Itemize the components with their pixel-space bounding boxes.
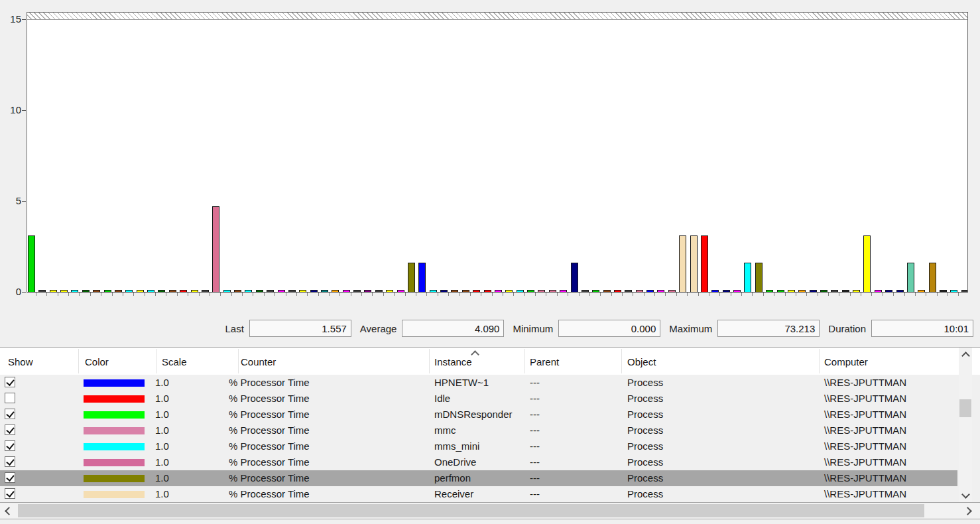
x-axis-tick <box>654 293 655 296</box>
x-axis-tick <box>850 293 851 296</box>
column-divider[interactable] <box>819 349 820 373</box>
counter-row[interactable]: 1.0% Processor TimeIdle---Process\\RES-J… <box>0 391 957 407</box>
x-axis-tick <box>90 293 91 296</box>
column-header-color[interactable]: Color <box>85 348 109 375</box>
x-axis-tick <box>611 293 612 296</box>
vertical-scrollbar[interactable] <box>959 348 972 502</box>
x-axis-tick <box>145 293 145 296</box>
color-swatch <box>84 459 145 466</box>
stat-maximum-label: Maximum <box>669 323 712 334</box>
column-header-scale[interactable]: Scale <box>162 348 187 375</box>
scroll-up-button[interactable] <box>959 349 972 362</box>
x-axis-tick <box>719 293 720 296</box>
parent-cell: --- <box>530 438 540 454</box>
x-axis-tick <box>220 293 221 296</box>
histogram-bar <box>60 290 68 292</box>
column-divider[interactable] <box>524 349 525 373</box>
column-header-object[interactable]: Object <box>627 348 656 375</box>
histogram-bar <box>212 206 219 292</box>
instance-cell: Idle <box>434 391 450 407</box>
parent-cell: --- <box>530 423 540 438</box>
counter-row[interactable]: 1.0% Processor Timemmc---Process\\RES-JP… <box>0 423 957 438</box>
stat-minimum-label: Minimum <box>513 323 553 334</box>
stat-average-label: Average <box>360 323 397 334</box>
counter-row[interactable]: 1.0% Processor TimeHPNETW~1---Process\\R… <box>0 375 957 391</box>
stat-duration-label: Duration <box>828 323 866 334</box>
histogram-bar <box>180 290 187 292</box>
x-axis-tick <box>503 293 503 296</box>
column-header-counter[interactable]: Counter <box>241 348 276 375</box>
histogram-bar <box>473 290 480 292</box>
counter-row[interactable]: 1.0% Processor TimeReceiver---Process\\R… <box>0 486 957 502</box>
column-header-instance[interactable]: Instance <box>434 348 472 375</box>
computer-cell: \\RES-JPUTTMAN <box>824 375 906 391</box>
histogram-bar <box>810 290 817 292</box>
object-cell: Process <box>627 375 663 391</box>
x-axis-tick <box>731 293 731 296</box>
column-header-show[interactable]: Show <box>8 348 33 375</box>
x-axis-tick <box>818 293 818 296</box>
show-checkbox-checked[interactable] <box>5 440 15 451</box>
scroll-right-button[interactable] <box>960 503 975 519</box>
show-checkbox-unchecked[interactable] <box>5 393 15 403</box>
counter-row[interactable]: 1.0% Processor TimeOneDrive---Process\\R… <box>0 454 957 470</box>
horizontal-scrollbar[interactable] <box>0 502 980 519</box>
scroll-down-button[interactable] <box>959 488 972 501</box>
histogram-bar <box>462 290 469 292</box>
object-cell: Process <box>627 423 663 438</box>
color-swatch <box>84 411 145 419</box>
show-checkbox-checked[interactable] <box>5 425 15 435</box>
show-checkbox-checked[interactable] <box>5 456 15 467</box>
column-divider[interactable] <box>78 349 79 373</box>
x-axis-tick <box>133 293 134 296</box>
column-divider[interactable] <box>621 349 622 373</box>
column-divider[interactable] <box>429 349 430 373</box>
vertical-scrollbar-thumb[interactable] <box>959 399 971 417</box>
show-checkbox-checked[interactable] <box>5 488 15 499</box>
histogram-bar <box>440 290 448 292</box>
histogram-bar <box>831 290 838 292</box>
checkmark-icon <box>6 473 14 482</box>
histogram-bar <box>364 290 371 292</box>
x-axis-tick <box>948 293 948 296</box>
stat-last: Last 1.557 <box>225 320 351 337</box>
histogram-bar <box>853 290 860 292</box>
scale-cell: 1.0 <box>155 486 169 502</box>
chevron-left-icon <box>5 507 13 515</box>
column-divider[interactable] <box>238 349 239 373</box>
stat-minimum-value: 0.000 <box>558 320 660 337</box>
column-header-parent[interactable]: Parent <box>530 348 559 375</box>
histogram-bar <box>82 290 90 292</box>
x-axis-tick <box>481 293 481 296</box>
show-checkbox-checked[interactable] <box>5 472 15 483</box>
show-checkbox-checked[interactable] <box>5 409 15 419</box>
counter-row[interactable]: 1.0% Processor Timemms_mini---Process\\R… <box>0 438 957 454</box>
counter-cell: % Processor Time <box>229 454 310 470</box>
histogram-bar <box>646 290 654 292</box>
scroll-left-button[interactable] <box>1 503 16 519</box>
histogram-bar <box>863 235 871 292</box>
histogram-bar <box>418 263 426 292</box>
x-axis-tick <box>752 293 753 296</box>
x-axis-tick <box>68 293 69 296</box>
y-axis-label: 15 <box>1 13 21 26</box>
histogram-bar <box>842 290 849 292</box>
column-header-computer[interactable]: Computer <box>824 348 868 375</box>
counter-row[interactable]: 1.0% Processor TimemDNSResponder---Proce… <box>0 407 957 423</box>
checkmark-icon <box>6 441 14 450</box>
histogram-bar <box>679 235 686 292</box>
histogram-bar <box>603 290 611 292</box>
chevron-right-icon <box>963 507 972 515</box>
x-axis-tick <box>155 293 156 296</box>
column-divider[interactable] <box>156 349 157 373</box>
show-checkbox-checked[interactable] <box>5 377 15 387</box>
horizontal-scrollbar-thumb[interactable] <box>18 504 924 517</box>
counter-row[interactable]: 1.0% Processor Timeperfmon---Process\\RE… <box>0 470 957 486</box>
histogram-bar <box>636 290 643 292</box>
checkmark-icon <box>6 457 14 466</box>
histogram-bar <box>321 290 328 292</box>
object-cell: Process <box>627 470 663 486</box>
histogram-bar <box>343 290 350 292</box>
scale-cell: 1.0 <box>155 470 169 486</box>
histogram-bar <box>723 290 730 292</box>
